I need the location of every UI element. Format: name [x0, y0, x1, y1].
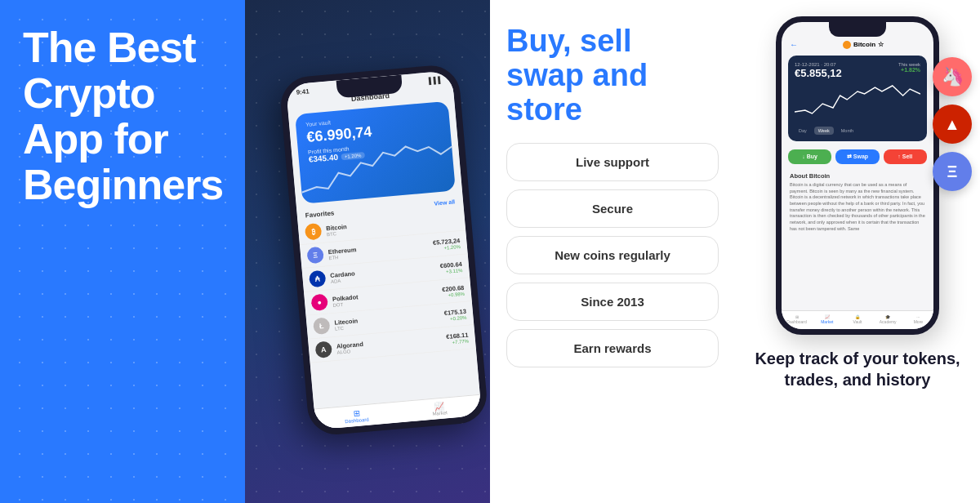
about-section: About Bitcoin Bitcoin is a digital curre…	[782, 169, 933, 236]
phone2-notch	[829, 22, 886, 37]
this-week-label: This week	[898, 62, 920, 67]
about-title: About Bitcoin	[790, 172, 925, 180]
dot-icon: ●	[310, 294, 328, 312]
features-title: Buy, sell swap and store	[506, 24, 719, 127]
feature-new-coins: New coins regularly	[506, 236, 719, 274]
vault-card: Your vault €6.990,74 Profit this month €…	[295, 101, 456, 204]
nav2-market-label: Market	[812, 319, 842, 324]
ltc-info: Litecoin LTC	[334, 309, 445, 332]
btc-icon: ₿	[305, 223, 323, 241]
phone-panel: 9:41 ▌▌▌ Dashboard Your vault €6.990,74 …	[245, 0, 490, 503]
features-panel: Buy, sell swap and store Live support Se…	[490, 0, 735, 503]
day-tab[interactable]: Day	[795, 127, 811, 135]
buy-button[interactable]: ↓ Buy	[788, 149, 831, 164]
ltc-price: €175.13 +0.20%	[443, 307, 466, 321]
nav2-vault[interactable]: 🔒 Vault	[842, 314, 872, 324]
nav-dashboard-label: Dashboard	[345, 417, 369, 425]
status-signal: ▌▌▌	[429, 76, 443, 84]
bitcoin-phone-device: ← Bitcoin ☆ 12-12-2021 · 20:07 €5.855,12…	[776, 16, 939, 335]
nav2-more-label: More	[903, 319, 933, 324]
week-tabs: Day Week Month	[795, 127, 920, 135]
hero-panel: The Best Crypto App for Beginners	[0, 0, 245, 503]
nav2-dashboard-label: Dashboard	[782, 319, 812, 324]
back-button[interactable]: ←	[790, 40, 798, 49]
features-title-line1: Buy, sell	[506, 24, 631, 58]
ada-price: €600.64 +3.11%	[439, 260, 462, 274]
hero-title: The Best Crypto App for Beginners	[23, 24, 222, 208]
action-buttons: ↓ Buy ⇄ Swap ↑ Sell	[782, 145, 933, 169]
bitcoin-name-label: Bitcoin	[853, 41, 875, 48]
feature-since-2013: Since 2013	[506, 283, 719, 321]
algo-info: Algorand ALGO	[336, 333, 448, 355]
phone-screen: 9:41 ▌▌▌ Dashboard Your vault €6.990,74 …	[286, 70, 482, 430]
bitcoin-chart-area: 12-12-2021 · 20:07 €5.855,12 This week +…	[788, 56, 927, 141]
dot-price: €200.68 +0.98%	[442, 283, 465, 297]
arweave-coin-icon: ▲	[933, 105, 972, 144]
phone-device: 9:41 ▌▌▌ Dashboard Your vault €6.990,74 …	[278, 64, 489, 437]
month-tab[interactable]: Month	[837, 127, 858, 135]
algo-price: €168.11 +7.77%	[446, 331, 469, 345]
phone2-bottom-nav: ⊞ Dashboard 📈 Market 🔒 Vault 🎓 Academy ·…	[782, 310, 933, 329]
sell-button[interactable]: ↑ Sell	[884, 149, 927, 164]
eth-icon: Ξ	[306, 247, 324, 265]
status-time: 9:41	[296, 87, 310, 96]
bitcoin-chart	[795, 79, 920, 120]
nav2-dashboard[interactable]: ⊞ Dashboard	[782, 314, 812, 324]
ada-info: Cardano ADA	[330, 262, 441, 284]
nav2-academy-label: Academy	[873, 319, 903, 324]
nav-market-label: Market	[432, 410, 448, 416]
feature-earn-rewards: Earn rewards	[506, 329, 719, 367]
week-tab[interactable]: Week	[814, 127, 834, 135]
hero-title-line1: The Best	[23, 24, 196, 71]
eth-info: Ethereum ETH	[327, 239, 433, 260]
hero-title-line4: Beginners	[23, 161, 223, 208]
view-all-link[interactable]: View all	[434, 198, 455, 207]
ethereum-coin-icon: Ξ	[933, 152, 972, 191]
hero-title-line3: App for	[23, 115, 168, 162]
coin-title-bar: Bitcoin ☆	[801, 41, 925, 49]
nav2-vault-label: Vault	[842, 319, 872, 324]
pct-change-label: +1.82%	[898, 67, 920, 73]
hero-title-line2: Crypto	[23, 69, 155, 117]
unicorn-coin-icon: 🦄	[933, 57, 972, 96]
nav2-academy[interactable]: 🎓 Academy	[873, 314, 903, 324]
about-text: Bitcoin is a digital currency that can b…	[790, 182, 925, 233]
nav-market[interactable]: 📈 Market	[398, 398, 482, 420]
floating-coins: 🦄 ▲ Ξ	[933, 57, 972, 191]
features-title-line3: store	[506, 92, 582, 127]
nav2-more[interactable]: ··· More	[903, 314, 933, 324]
feature-live-support: Live support	[506, 143, 719, 181]
bitcoin-price: €5.855,12	[795, 67, 842, 79]
dot-info: Polkadot DOT	[332, 286, 443, 308]
nav2-market[interactable]: 📈 Market	[812, 314, 842, 324]
ada-icon: ₳	[309, 270, 327, 288]
nav-dashboard[interactable]: ⊞ Dashboard	[314, 406, 399, 427]
panel4-subtitle: Keep track of your tokens, trades, and h…	[751, 348, 964, 390]
bitcoin-date: 12-12-2021 · 20:07	[795, 62, 842, 67]
panel4-bottom-text: Keep track of your tokens, trades, and h…	[735, 335, 980, 403]
features-title-line2: swap and	[506, 58, 648, 92]
star-icon: ☆	[878, 41, 884, 48]
bitcoin-dot-icon	[843, 41, 851, 49]
bitcoin-detail-panel: ← Bitcoin ☆ 12-12-2021 · 20:07 €5.855,12…	[735, 0, 980, 503]
eth-price: €5.723,24 +1.20%	[433, 237, 461, 252]
feature-secure: Secure	[506, 189, 719, 228]
favorites-label: Favorites	[305, 209, 334, 219]
algo-icon: A	[314, 341, 332, 358]
swap-button[interactable]: ⇄ Swap	[835, 149, 879, 164]
ltc-icon: Ł	[313, 317, 331, 335]
